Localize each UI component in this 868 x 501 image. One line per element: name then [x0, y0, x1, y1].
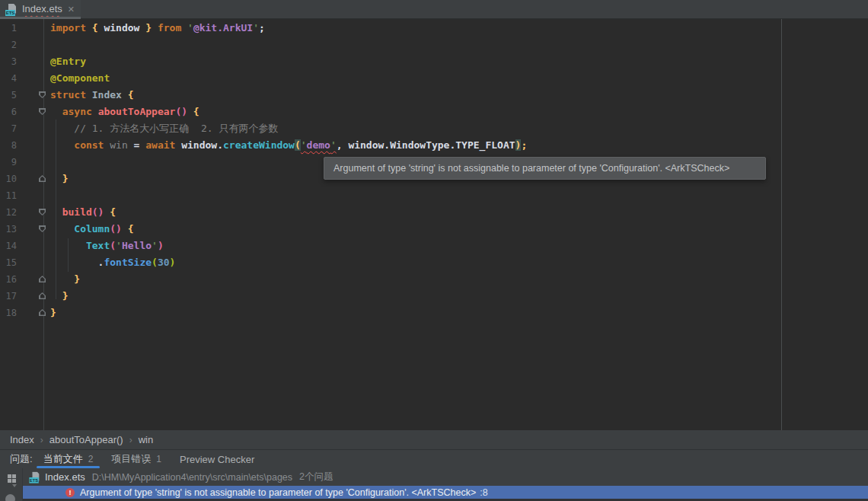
code-token[interactable]: ': [116, 240, 122, 251]
code-token[interactable]: Column: [74, 223, 110, 235]
code-token[interactable]: [50, 173, 62, 184]
code-token[interactable]: window.: [181, 139, 223, 151]
code-token[interactable]: ': [253, 22, 259, 34]
code-content[interactable]: const win = await window.createWindow('d…: [46, 137, 527, 154]
editor-line[interactable]: 3@Entry: [0, 53, 868, 70]
code-token[interactable]: [50, 206, 62, 218]
code-token[interactable]: {: [92, 22, 104, 34]
line-number[interactable]: 2: [0, 37, 17, 53]
code-token[interactable]: [50, 240, 86, 251]
code-token[interactable]: async: [62, 106, 98, 117]
code-token[interactable]: @Component: [50, 72, 110, 84]
code-content[interactable]: @Component: [46, 70, 110, 87]
line-number[interactable]: 9: [0, 154, 17, 171]
code-token[interactable]: @Entry: [50, 56, 86, 67]
code-content[interactable]: [46, 37, 50, 53]
code-token[interactable]: ): [158, 240, 164, 251]
inspection-widget-icon[interactable]: [5, 494, 15, 501]
editor-line[interactable]: 11: [0, 187, 868, 204]
code-token[interactable]: [50, 223, 74, 235]
code-content[interactable]: import { window } from '@kit.ArkUI';: [46, 20, 265, 37]
code-content[interactable]: async aboutToAppear() {: [46, 104, 199, 120]
breadcrumb-item[interactable]: aboutToAppear(): [49, 434, 123, 445]
code-token[interactable]: @kit.ArkUI: [193, 22, 253, 34]
code-token[interactable]: demo: [307, 139, 330, 151]
editor-line[interactable]: 13 Column() {: [0, 221, 868, 238]
code-token[interactable]: (): [175, 106, 187, 117]
code-token[interactable]: aboutToAppear: [98, 106, 176, 117]
code-token[interactable]: [50, 106, 62, 117]
editor-line[interactable]: 15 .fontSize(30): [0, 254, 868, 271]
code-token[interactable]: // 1. 方法名大小写正确 2. 只有两个参数: [50, 123, 278, 134]
code-token[interactable]: {: [187, 106, 199, 117]
line-number[interactable]: 6: [0, 104, 17, 120]
code-token[interactable]: (: [110, 240, 116, 251]
problems-error-row[interactable]: ! Argument of type 'string' is not assig…: [23, 486, 868, 499]
line-number[interactable]: 16: [0, 271, 17, 288]
code-token[interactable]: createWindow: [223, 139, 295, 151]
editor-line[interactable]: 12 build() {: [0, 204, 868, 221]
problems-tab[interactable]: Preview Checker: [172, 450, 262, 468]
code-token[interactable]: import: [50, 22, 92, 34]
editor-line[interactable]: 2: [0, 37, 868, 53]
tab-index-ets[interactable]: ETS Index.ets ✕: [0, 0, 81, 19]
code-token[interactable]: await: [145, 139, 181, 151]
fold-start-icon[interactable]: [39, 209, 46, 215]
breadcrumb-item[interactable]: Index: [10, 434, 34, 445]
code-content[interactable]: Column() {: [46, 221, 134, 238]
line-number[interactable]: 5: [0, 87, 17, 104]
line-number[interactable]: 17: [0, 288, 17, 305]
code-content[interactable]: }: [46, 171, 68, 187]
code-token[interactable]: ': [330, 139, 337, 151]
editor-line[interactable]: 4@Component: [0, 70, 868, 87]
code-token[interactable]: }: [139, 22, 152, 34]
code-token[interactable]: (): [110, 223, 122, 235]
code-token[interactable]: Text: [86, 240, 110, 251]
editor-line[interactable]: 7 // 1. 方法名大小写正确 2. 只有两个参数: [0, 120, 868, 137]
line-number[interactable]: 8: [0, 137, 17, 154]
code-content[interactable]: [46, 154, 50, 171]
line-number[interactable]: 10: [0, 171, 17, 187]
line-number[interactable]: 12: [0, 204, 17, 221]
code-token[interactable]: Hello: [122, 240, 152, 251]
editor-line[interactable]: 8 const win = await window.createWindow(…: [0, 137, 868, 154]
line-number[interactable]: 7: [0, 120, 17, 137]
editor-line[interactable]: 14 Text('Hello'): [0, 238, 868, 254]
line-number[interactable]: 15: [0, 254, 17, 271]
code-token[interactable]: [50, 273, 74, 285]
code-token[interactable]: (: [295, 139, 301, 151]
line-number[interactable]: 18: [0, 305, 17, 321]
code-token[interactable]: .: [50, 257, 104, 268]
code-content[interactable]: }: [46, 288, 68, 305]
code-token[interactable]: [50, 290, 62, 302]
editor-line[interactable]: 17 }: [0, 288, 868, 305]
code-token[interactable]: ;: [521, 139, 527, 151]
code-token[interactable]: (): [92, 206, 104, 218]
code-token[interactable]: (: [152, 257, 158, 268]
problems-tab[interactable]: 当前文件2: [36, 450, 101, 468]
editor-line[interactable]: 6 async aboutToAppear() {: [0, 104, 868, 120]
code-content[interactable]: }: [46, 271, 80, 288]
code-token[interactable]: from: [152, 22, 187, 34]
code-token[interactable]: [50, 139, 74, 151]
code-content[interactable]: // 1. 方法名大小写正确 2. 只有两个参数: [46, 120, 278, 137]
editor-line[interactable]: 5struct Index {: [0, 87, 868, 104]
code-token[interactable]: {: [122, 89, 134, 101]
code-content[interactable]: .fontSize(30): [46, 254, 175, 271]
code-content[interactable]: struct Index {: [46, 87, 134, 104]
code-content[interactable]: }: [46, 305, 56, 321]
code-token[interactable]: }: [74, 273, 80, 285]
fold-end-icon[interactable]: [39, 309, 46, 316]
editor-line[interactable]: 16 }: [0, 271, 868, 288]
line-number[interactable]: 14: [0, 238, 17, 254]
editor-line[interactable]: 1import { window } from '@kit.ArkUI';: [0, 20, 868, 37]
code-token[interactable]: const: [74, 139, 110, 151]
close-icon[interactable]: ✕: [68, 5, 75, 14]
fold-end-icon[interactable]: [39, 175, 46, 182]
line-number[interactable]: 1: [0, 20, 17, 37]
code-token[interactable]: ': [152, 240, 158, 251]
problems-file-row[interactable]: ETS Index.ets D:\HM\MyApplication4\entry…: [23, 468, 868, 486]
fold-end-icon[interactable]: [39, 292, 46, 299]
code-token[interactable]: fontSize: [104, 257, 152, 268]
code-token[interactable]: 30: [158, 257, 170, 268]
